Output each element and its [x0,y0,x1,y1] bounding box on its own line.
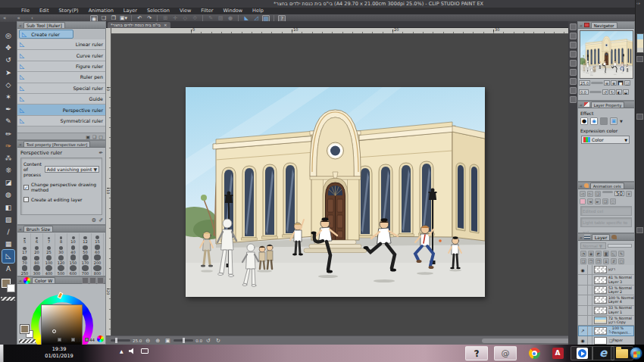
brush-size-7[interactable]: 7 [43,233,55,244]
enable-mask-icon[interactable]: ◙ [603,251,609,257]
windows-start-button[interactable] [630,347,642,360]
taskbar-clock[interactable]: 19:39 01/01/2019 [32,346,86,360]
color-slider-tab-icon[interactable] [82,277,89,284]
layer-checkbox-column[interactable] [588,326,592,335]
menu-item-animation[interactable]: Animation [89,8,114,14]
subtool-panel-header[interactable]: « Sub Tool [Ruler] [17,22,105,29]
transparent-color-icon[interactable] [1,297,15,301]
layer-property-header[interactable]: « Layer Property [578,101,634,108]
new-raster-layer-icon[interactable]: ❏ [580,258,586,264]
cel-settings-icon[interactable]: ▾ [626,191,632,197]
menu-item-window[interactable]: Window [223,8,242,14]
keyboard-language-icon[interactable] [141,348,148,354]
layer-visibility-empty[interactable] [578,286,588,295]
prev-cel-icon[interactable]: ◁ [580,191,586,197]
zoom-slider[interactable] [111,339,130,342]
tool-property-header[interactable]: « Tool property [Perspective ruler] [17,141,105,148]
titlebar[interactable]: *בי"ס בית כנסת ילדים בחצר (A4 29.70 x 21… [0,0,644,8]
transparent-color-icon[interactable] [19,339,36,343]
layer-thumbnail[interactable] [594,307,607,314]
document-tab[interactable]: *בי"ס בית כנסת ילדים בחצר × [108,22,170,28]
brush-size-100[interactable]: 100 [43,254,55,265]
close-tab-icon[interactable]: × [164,22,167,28]
flip-horizontal-icon[interactable]: ◐ [616,89,622,95]
set-as-draft-icon[interactable]: ✎ [618,251,624,257]
collapse-icon[interactable]: « [19,226,22,232]
brush-size-15[interactable]: 15 [92,233,104,244]
layer-thumbnail[interactable] [594,276,607,284]
checkbox-change-perspective[interactable]: ✓ [23,185,29,190]
layer-thumbnail[interactable] [594,327,607,335]
layer-visibility-empty[interactable] [578,316,588,325]
pencil-tool[interactable]: ✏ [2,128,14,140]
dock-icon[interactable] [570,23,577,30]
navigator-zoom-slider[interactable] [591,82,603,84]
arrow-right-icon[interactable]: ► [595,198,601,204]
taskbar-app-chrome[interactable] [523,346,546,360]
checkbox-create-at-editing-layer[interactable] [23,197,29,202]
layer-checkbox-column[interactable] [588,286,592,295]
move-tool[interactable]: ✥ [2,42,14,54]
dock-icon[interactable] [570,69,577,76]
subtool-item-perspective-ruler[interactable]: ◺Perspective ruler [17,105,105,115]
subtool-item-symmetrical-ruler[interactable]: ◺Symmetrical ruler [17,116,105,126]
brush-size-400[interactable]: 400 [43,265,55,276]
dock-icon[interactable] [570,78,577,85]
subtool-item-figure-ruler[interactable]: ◺Figure ruler [17,61,105,72]
layer-checkbox-column[interactable] [588,275,592,284]
brush-size-50[interactable]: 50 [80,244,92,254]
expression-color-dropdown[interactable]: Color ▼ [581,136,630,144]
fit-icon[interactable]: ◲ [624,80,630,86]
process-dropdown[interactable]: Add vanishing point ▼ [45,166,99,173]
dock-icon[interactable] [570,87,577,94]
layer-visibility-empty[interactable] [578,275,588,284]
new-vector-layer-icon[interactable]: ❐ [588,258,594,264]
new-cel-icon[interactable]: ❏ [595,191,601,197]
menu-item-layer[interactable]: Layer [123,8,137,14]
canvas-horizontal-scrollbar[interactable] [482,339,573,343]
merge-down-icon[interactable]: ⇊ [603,258,609,264]
collapsed-panel-icon[interactable] [636,56,643,62]
menu-item-edit[interactable]: Edit [39,8,49,14]
collapse-icon[interactable]: « [580,22,583,29]
blend-mode-dropdown[interactable]: Normal ▼ [580,242,606,249]
layer-row[interactable]: 72 % Normalרקע Copy [578,316,634,326]
brush-size-25[interactable]: 25 [43,244,55,254]
collapse-icon[interactable]: « [580,234,583,241]
animation-cels-header[interactable]: « Animation cels [578,183,634,189]
brush-tool[interactable]: ✑ [2,140,14,152]
rotate-left-icon[interactable]: ↺ [205,338,212,344]
effect-more-icon[interactable]: ▼ [620,119,623,123]
object-tool[interactable]: ➤ [2,67,14,79]
color-panel-tabs[interactable] [82,277,104,284]
hidden-icons-caret-icon[interactable]: ▲ [120,348,123,354]
taskbar-app-clip-studio[interactable]: @ [494,346,517,360]
layer-row[interactable]: 53 % NormalLayer 2 [578,286,634,295]
collapse-icon[interactable]: « [19,22,22,29]
menu-item-help[interactable]: Help [252,8,264,14]
subtool-item-ruler-pen[interactable]: ◺Ruler pen [17,72,105,83]
brush-size-800[interactable]: 800 [92,265,104,276]
brush-size-120[interactable]: 120 [55,254,67,265]
brush-size-20[interactable]: 20 [31,244,43,254]
brush-size-170[interactable]: 170 [80,254,92,265]
rotate-right-icon[interactable]: ↻ [609,89,615,95]
ruler-range-icon[interactable]: ◺ [611,251,617,257]
layer-visibility-eye-icon[interactable]: ◉ [578,265,588,274]
wand-tool[interactable]: ✶ [2,91,14,103]
new-folder-icon[interactable]: ❒ [596,258,602,264]
layer-checkbox-column[interactable] [588,295,592,304]
tone-effect-icon[interactable]: ◉ [590,117,598,125]
lock-transparent-icon[interactable]: ◩ [596,251,602,257]
main-color-swatches[interactable] [2,279,15,295]
brush-size-70[interactable]: 70 [19,254,31,265]
rotate-tool[interactable]: ↺ [2,54,14,66]
layer-thumbnail[interactable] [594,337,607,345]
brush-size-600[interactable]: 600 [67,265,80,276]
dock-arrows-icon[interactable]: ‹» [636,1,640,5]
layer-visibility-empty[interactable] [578,295,588,304]
eyedropper-icon[interactable]: ✒ [98,150,103,156]
flip-vertical-icon[interactable]: ◒ [623,89,629,95]
onion-skin-slider[interactable] [602,191,613,193]
color-mode-icon[interactable] [97,335,104,342]
